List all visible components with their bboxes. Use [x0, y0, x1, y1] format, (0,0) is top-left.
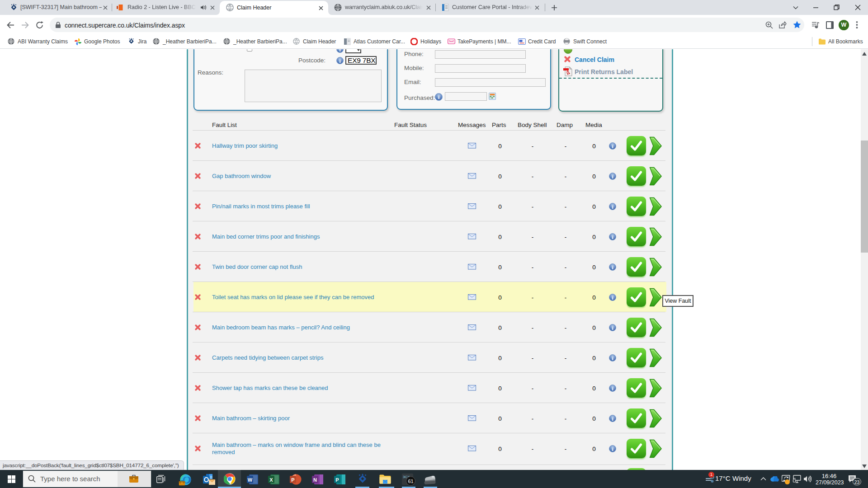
svg-text:P: P	[335, 477, 339, 483]
svg-text:W: W	[248, 477, 253, 483]
svg-text:X: X	[269, 477, 273, 483]
svg-text:N: N	[313, 477, 317, 483]
svg-text:P: P	[291, 477, 294, 483]
